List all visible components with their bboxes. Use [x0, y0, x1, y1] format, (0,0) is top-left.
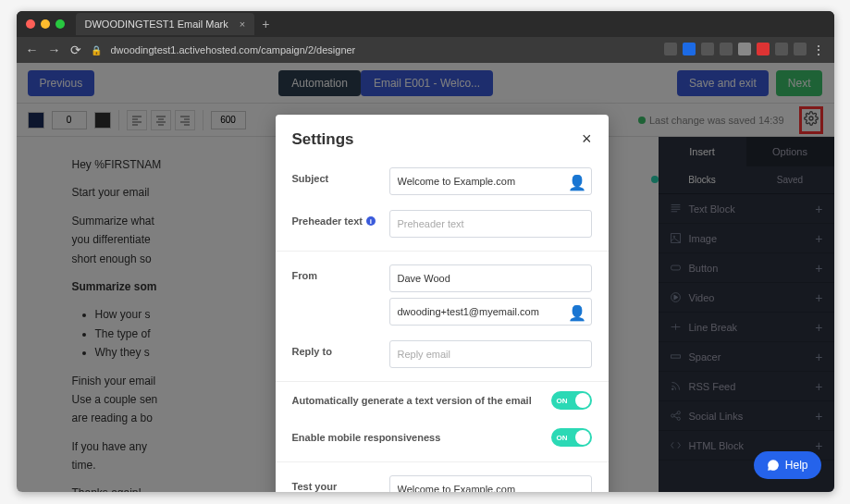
back-icon[interactable]: ←	[26, 43, 39, 57]
lock-icon: 🔒	[91, 45, 102, 55]
settings-modal: Settings × Subject 👤 Preheader text i	[276, 115, 609, 492]
label-test-campaign: Test your campaign	[292, 475, 380, 492]
from-name-input[interactable]	[389, 264, 592, 292]
browser-tab-bar: DWOODINGTEST1 Email Mark × +	[17, 11, 834, 37]
help-button[interactable]: Help	[754, 451, 821, 479]
from-email-input[interactable]	[389, 298, 592, 326]
minimize-window-icon[interactable]	[41, 19, 50, 29]
label-from: From	[292, 264, 380, 281]
subject-input[interactable]	[389, 167, 592, 195]
extension-icon[interactable]	[664, 43, 677, 55]
person-icon[interactable]: 👤	[568, 304, 586, 322]
window-controls	[26, 19, 65, 29]
label-auto-text: Automatically generate a text version of…	[292, 395, 532, 406]
extension-icon[interactable]	[757, 43, 770, 55]
label-reply-to: Reply to	[292, 340, 380, 357]
extension-icon[interactable]	[738, 43, 751, 55]
chat-icon	[767, 459, 780, 472]
extension-icon[interactable]	[794, 43, 807, 55]
extension-icon[interactable]	[775, 43, 788, 55]
person-icon[interactable]: 👤	[568, 174, 586, 191]
close-tab-icon[interactable]: ×	[240, 18, 245, 30]
address-bar: ← → ⟳ 🔒 dwoodingtest1.activehosted.com/c…	[17, 37, 834, 63]
extension-icon[interactable]	[683, 43, 696, 55]
label-mobile: Enable mobile responsiveness	[292, 432, 441, 443]
extension-icon[interactable]	[701, 43, 714, 55]
menu-icon[interactable]: ⋮	[812, 43, 825, 57]
preheader-input[interactable]	[389, 210, 592, 238]
maximize-window-icon[interactable]	[55, 19, 65, 29]
modal-title: Settings	[292, 130, 354, 149]
reply-to-input[interactable]	[389, 340, 592, 368]
close-icon[interactable]: ×	[582, 129, 592, 149]
new-tab-icon[interactable]: +	[262, 17, 269, 31]
auto-text-toggle[interactable]: ON	[551, 391, 592, 410]
forward-icon[interactable]: →	[48, 43, 61, 57]
mobile-toggle[interactable]: ON	[551, 428, 592, 447]
extension-icons: ⋮	[664, 43, 825, 57]
info-icon[interactable]: i	[366, 216, 376, 226]
browser-tab[interactable]: DWOODINGTEST1 Email Mark ×	[76, 13, 255, 35]
test-subject-input[interactable]	[389, 475, 592, 492]
help-label: Help	[785, 459, 808, 472]
tab-title: DWOODINGTEST1 Email Mark	[85, 18, 228, 30]
close-window-icon[interactable]	[26, 19, 35, 29]
label-subject: Subject	[292, 167, 380, 184]
url-field[interactable]: dwoodingtest1.activehosted.com/campaign/…	[111, 44, 655, 55]
extension-icon[interactable]	[720, 43, 733, 55]
label-preheader: Preheader text i	[292, 210, 380, 227]
reload-icon[interactable]: ⟳	[70, 43, 81, 57]
